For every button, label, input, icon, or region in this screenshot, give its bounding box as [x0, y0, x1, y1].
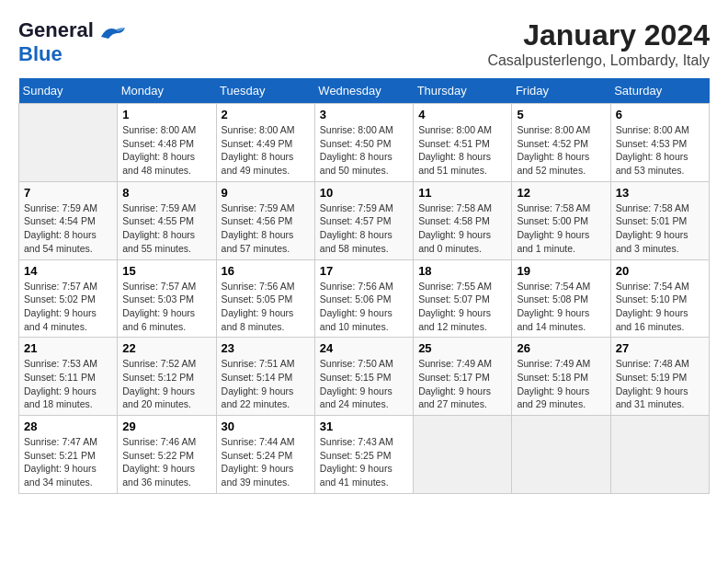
- calendar-cell: 19Sunrise: 7:54 AM Sunset: 5:08 PM Dayli…: [512, 259, 610, 338]
- cell-content: Sunrise: 7:48 AM Sunset: 5:19 PM Dayligh…: [616, 357, 704, 411]
- calendar-cell: 21Sunrise: 7:53 AM Sunset: 5:11 PM Dayli…: [19, 338, 118, 416]
- day-number: 24: [320, 341, 408, 355]
- main-title: January 2024: [487, 18, 710, 52]
- cell-content: Sunrise: 7:54 AM Sunset: 5:08 PM Dayligh…: [517, 280, 605, 334]
- cell-content: Sunrise: 7:50 AM Sunset: 5:15 PM Dayligh…: [320, 357, 408, 411]
- calendar-cell: 5Sunrise: 8:00 AM Sunset: 4:52 PM Daylig…: [512, 104, 610, 182]
- day-number: 19: [517, 264, 605, 278]
- cell-content: Sunrise: 7:44 AM Sunset: 5:24 PM Dayligh…: [222, 435, 310, 489]
- subtitle: Casalpusterlengo, Lombardy, Italy: [487, 52, 710, 69]
- cell-content: Sunrise: 8:00 AM Sunset: 4:52 PM Dayligh…: [517, 123, 605, 178]
- day-number: 23: [222, 341, 310, 355]
- day-number: 7: [24, 186, 112, 200]
- calendar-cell: 8Sunrise: 7:59 AM Sunset: 4:55 PM Daylig…: [118, 181, 216, 259]
- calendar-cell: [610, 416, 709, 494]
- header-thursday: Thursday: [414, 78, 512, 104]
- cell-content: Sunrise: 8:00 AM Sunset: 4:53 PM Dayligh…: [616, 123, 704, 178]
- calendar-cell: 3Sunrise: 8:00 AM Sunset: 4:50 PM Daylig…: [314, 104, 413, 182]
- cell-content: Sunrise: 7:47 AM Sunset: 5:21 PM Dayligh…: [24, 435, 112, 489]
- header-tuesday: Tuesday: [216, 78, 314, 104]
- calendar-cell: 27Sunrise: 7:48 AM Sunset: 5:19 PM Dayli…: [610, 338, 709, 416]
- calendar-cell: 4Sunrise: 8:00 AM Sunset: 4:51 PM Daylig…: [414, 104, 512, 182]
- calendar-cell: 23Sunrise: 7:51 AM Sunset: 5:14 PM Dayli…: [216, 338, 314, 416]
- calendar-cell: 30Sunrise: 7:44 AM Sunset: 5:24 PM Dayli…: [216, 416, 314, 494]
- cell-content: Sunrise: 7:53 AM Sunset: 5:11 PM Dayligh…: [24, 357, 112, 411]
- calendar-table: SundayMondayTuesdayWednesdayThursdayFrid…: [18, 78, 710, 494]
- cell-content: Sunrise: 7:58 AM Sunset: 4:58 PM Dayligh…: [418, 201, 506, 256]
- cell-content: Sunrise: 7:56 AM Sunset: 5:06 PM Dayligh…: [320, 280, 408, 334]
- week-row-4: 21Sunrise: 7:53 AM Sunset: 5:11 PM Dayli…: [19, 338, 710, 416]
- day-number: 2: [222, 108, 310, 121]
- day-number: 12: [517, 186, 605, 200]
- day-number: 6: [616, 108, 704, 121]
- calendar-cell: 1Sunrise: 8:00 AM Sunset: 4:48 PM Daylig…: [118, 104, 216, 182]
- cell-content: Sunrise: 7:57 AM Sunset: 5:03 PM Dayligh…: [122, 280, 210, 334]
- cell-content: Sunrise: 7:59 AM Sunset: 4:55 PM Dayligh…: [122, 201, 210, 256]
- week-row-3: 14Sunrise: 7:57 AM Sunset: 5:02 PM Dayli…: [19, 259, 710, 338]
- page-header: General Blue January 2024 Casalpusterlen…: [18, 18, 710, 69]
- calendar-cell: 24Sunrise: 7:50 AM Sunset: 5:15 PM Dayli…: [314, 338, 413, 416]
- calendar-cell: 12Sunrise: 7:58 AM Sunset: 5:00 PM Dayli…: [512, 181, 610, 259]
- calendar-cell: 18Sunrise: 7:55 AM Sunset: 5:07 PM Dayli…: [414, 259, 512, 338]
- calendar-cell: [414, 416, 512, 494]
- header-monday: Monday: [118, 78, 216, 104]
- cell-content: Sunrise: 7:56 AM Sunset: 5:05 PM Dayligh…: [222, 280, 310, 334]
- calendar-cell: 20Sunrise: 7:54 AM Sunset: 5:10 PM Dayli…: [610, 259, 709, 338]
- cell-content: Sunrise: 7:46 AM Sunset: 5:22 PM Dayligh…: [122, 435, 210, 489]
- day-number: 17: [320, 264, 408, 278]
- day-number: 10: [320, 186, 408, 200]
- cell-content: Sunrise: 8:00 AM Sunset: 4:49 PM Dayligh…: [222, 123, 310, 178]
- calendar-cell: 14Sunrise: 7:57 AM Sunset: 5:02 PM Dayli…: [19, 259, 118, 338]
- header-saturday: Saturday: [610, 78, 709, 104]
- cell-content: Sunrise: 7:49 AM Sunset: 5:17 PM Dayligh…: [418, 357, 506, 411]
- week-row-2: 7Sunrise: 7:59 AM Sunset: 4:54 PM Daylig…: [19, 181, 710, 259]
- cell-content: Sunrise: 7:58 AM Sunset: 5:01 PM Dayligh…: [616, 201, 704, 256]
- calendar-cell: 9Sunrise: 7:59 AM Sunset: 4:56 PM Daylig…: [216, 181, 314, 259]
- week-row-5: 28Sunrise: 7:47 AM Sunset: 5:21 PM Dayli…: [19, 416, 710, 494]
- calendar-cell: 17Sunrise: 7:56 AM Sunset: 5:06 PM Dayli…: [314, 259, 413, 338]
- calendar-cell: 13Sunrise: 7:58 AM Sunset: 5:01 PM Dayli…: [610, 181, 709, 259]
- cell-content: Sunrise: 7:58 AM Sunset: 5:00 PM Dayligh…: [517, 201, 605, 256]
- header-friday: Friday: [512, 78, 610, 104]
- cell-content: Sunrise: 7:54 AM Sunset: 5:10 PM Dayligh…: [616, 280, 704, 334]
- calendar-cell: 28Sunrise: 7:47 AM Sunset: 5:21 PM Dayli…: [19, 416, 118, 494]
- day-number: 14: [24, 264, 112, 278]
- header-sunday: Sunday: [19, 78, 118, 104]
- day-number: 15: [122, 264, 210, 278]
- cell-content: Sunrise: 8:00 AM Sunset: 4:50 PM Dayligh…: [320, 123, 408, 178]
- cell-content: Sunrise: 7:51 AM Sunset: 5:14 PM Dayligh…: [222, 357, 310, 411]
- calendar-cell: 25Sunrise: 7:49 AM Sunset: 5:17 PM Dayli…: [414, 338, 512, 416]
- day-number: 16: [222, 264, 310, 278]
- calendar-cell: 7Sunrise: 7:59 AM Sunset: 4:54 PM Daylig…: [19, 181, 118, 259]
- logo: General Blue: [18, 18, 129, 66]
- day-number: 22: [122, 341, 210, 355]
- day-number: 31: [320, 419, 408, 433]
- day-number: 25: [418, 341, 506, 355]
- header-wednesday: Wednesday: [314, 78, 413, 104]
- day-number: 30: [222, 419, 310, 433]
- day-number: 8: [122, 186, 210, 200]
- calendar-cell: 29Sunrise: 7:46 AM Sunset: 5:22 PM Dayli…: [118, 416, 216, 494]
- day-number: 5: [517, 108, 605, 121]
- cell-content: Sunrise: 7:59 AM Sunset: 4:56 PM Dayligh…: [222, 201, 310, 256]
- calendar-cell: 10Sunrise: 7:59 AM Sunset: 4:57 PM Dayli…: [314, 181, 413, 259]
- calendar-cell: 11Sunrise: 7:58 AM Sunset: 4:58 PM Dayli…: [414, 181, 512, 259]
- cell-content: Sunrise: 7:43 AM Sunset: 5:25 PM Dayligh…: [320, 435, 408, 489]
- day-number: 29: [122, 419, 210, 433]
- header-row: SundayMondayTuesdayWednesdayThursdayFrid…: [19, 78, 710, 104]
- cell-content: Sunrise: 7:52 AM Sunset: 5:12 PM Dayligh…: [122, 357, 210, 411]
- calendar-cell: 2Sunrise: 8:00 AM Sunset: 4:49 PM Daylig…: [216, 104, 314, 182]
- title-section: January 2024 Casalpusterlengo, Lombardy,…: [487, 18, 710, 69]
- day-number: 26: [517, 341, 605, 355]
- logo-bird-icon: [99, 24, 129, 42]
- calendar-cell: 22Sunrise: 7:52 AM Sunset: 5:12 PM Dayli…: [118, 338, 216, 416]
- calendar-cell: [512, 416, 610, 494]
- day-number: 27: [616, 341, 704, 355]
- calendar-cell: 15Sunrise: 7:57 AM Sunset: 5:03 PM Dayli…: [118, 259, 216, 338]
- cell-content: Sunrise: 7:59 AM Sunset: 4:54 PM Dayligh…: [24, 201, 112, 256]
- day-number: 13: [616, 186, 704, 200]
- day-number: 4: [418, 108, 506, 121]
- day-number: 1: [122, 108, 210, 121]
- calendar-cell: 16Sunrise: 7:56 AM Sunset: 5:05 PM Dayli…: [216, 259, 314, 338]
- calendar-cell: 31Sunrise: 7:43 AM Sunset: 5:25 PM Dayli…: [314, 416, 413, 494]
